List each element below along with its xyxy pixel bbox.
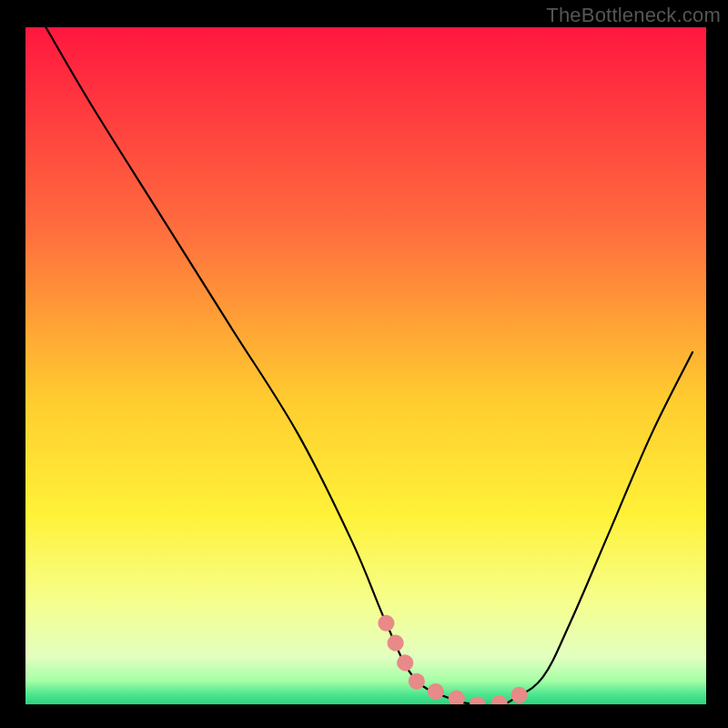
plot-background [25, 27, 706, 704]
chart-svg [0, 0, 728, 728]
chart-frame: TheBottleneck.com [0, 0, 728, 728]
watermark-text: TheBottleneck.com [546, 4, 721, 27]
